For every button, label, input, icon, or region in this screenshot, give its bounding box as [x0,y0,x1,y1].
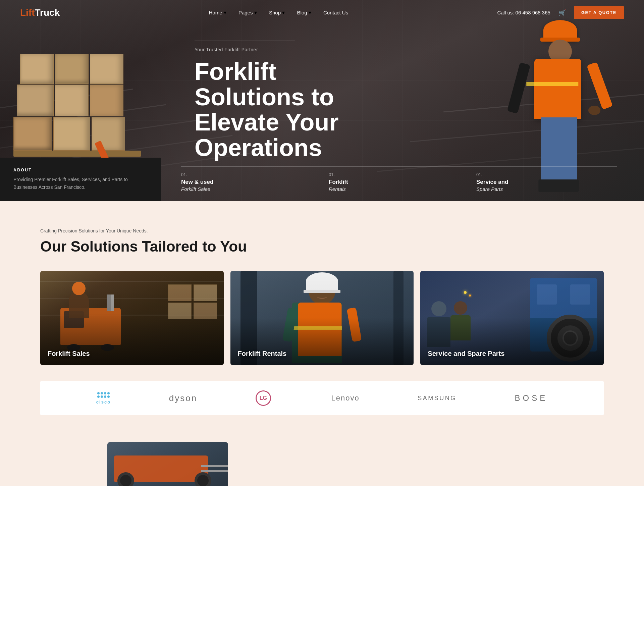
card1-label: Forklift Sales [48,350,90,358]
nav-home[interactable]: Home [209,10,222,15]
brand-bose: BOSE [515,393,548,403]
stat-item-3: 01. Service and Spare Parts [470,166,617,192]
nav-menu: Home ▾ Pages ▾ Shop ▾ Blog ▾ Contact Us [209,9,348,16]
nav-blog[interactable]: Blog [297,10,307,15]
stat-subtitle-1: Forklift Sales [181,186,315,192]
stat-num-1: 01. [181,172,315,177]
box-row-1 [13,117,125,151]
brand-lenovo: Lenovo [331,394,359,402]
about-title: ABOUT [13,168,148,172]
nav-pages[interactable]: Pages [238,10,253,15]
box [90,85,123,116]
stat-subtitle-3: Spare Parts [476,186,610,192]
solutions-section: Crafting Precision Solutions for Your Un… [0,201,644,442]
hero-title-3: Elevate Your [195,109,339,136]
box [17,85,54,116]
brand-dyson: dyson [169,393,197,404]
nav-shop[interactable]: Shop [269,10,281,15]
card2-label: Forklift Rentals [238,350,287,358]
box [53,117,90,151]
bottom-forklift-hint [107,442,228,486]
brand-lg: LG [256,390,273,406]
stat-title-2: Forklift [329,179,463,185]
stat-num-2: 01. [329,172,463,177]
hero-section: Your Trusted Forklift Partner Forklift S… [0,0,644,201]
navbar-right: Call us: 06 458 968 365 🛒 GET A QUOTE [497,6,624,19]
cart-icon[interactable]: 🛒 [558,9,566,16]
brand-lenovo-label: Lenovo [331,394,359,402]
brand-dyson-label: dyson [169,393,197,403]
box [55,85,89,116]
logo-lift: Lift [20,7,35,18]
bottom-section [0,442,644,486]
brand-cisco: cisco [96,392,111,405]
vest-stripe-h [526,82,578,86]
brand-samsung-label: SAMSUNG [418,395,457,401]
hero-title: Forklift Solutions to Elevate Your Opera… [195,59,339,160]
phone-number: Call us: 06 458 968 365 [497,10,550,15]
stats-strip: 01. New & used Forklift Sales 01. Forkli… [161,159,644,201]
box [20,54,54,84]
pallet-base [13,151,141,157]
box-row-3 [20,54,123,84]
navbar: LiftTruck Home ▾ Pages ▾ Shop ▾ Blog ▾ C… [0,0,644,25]
solutions-tag: Crafting Precision Solutions for Your Un… [40,228,604,233]
stat-title-1: New & used [181,179,315,185]
stat-num-3: 01. [476,172,610,177]
get-quote-button[interactable]: GET A QUOTE [574,6,624,19]
hero-subtitle: Your Trusted Forklift Partner [195,47,339,52]
hero-title-2: Solutions to [195,84,334,110]
stat-item-1: 01. New & used Forklift Sales [181,166,322,192]
brand-cisco-label: cisco [96,399,111,405]
nav-contact[interactable]: Contact Us [323,10,348,15]
stat-item-2: 01. Forklift Rentals [322,166,470,192]
hero-title-1: Forklift [195,58,276,85]
solution-card-3[interactable]: Service and Spare Parts [420,271,604,365]
brands-strip: cisco dyson LG Lenovo SAMSUNG BOSE [40,381,604,415]
about-box: ABOUT Providing Premier Forklift Sales, … [0,158,161,201]
hero-line-above [195,41,295,41]
solution-card-1[interactable]: Forklift Sales [40,271,224,365]
box [13,117,52,151]
worker-hand-r [588,106,600,115]
solution-card-2[interactable]: Forklift Rentals [230,271,414,365]
box [90,54,123,84]
about-text: Providing Premier Forklift Sales, Servic… [13,176,148,191]
stat-title-3: Service and [476,179,610,185]
card3-label: Service and Spare Parts [428,350,504,358]
worker-vest [534,59,581,119]
brand-bose-label: BOSE [515,393,548,402]
box [55,54,89,84]
solutions-title: Our Solutions Tailored to You [40,238,604,255]
hero-title-4: Operations [195,134,322,161]
logo-truck: Truck [35,7,60,18]
box-row-2 [17,85,123,116]
logo[interactable]: LiftTruck [20,7,60,18]
hero-content: Your Trusted Forklift Partner Forklift S… [195,41,339,160]
brand-samsung: SAMSUNG [418,395,457,402]
stat-subtitle-2: Rentals [329,186,463,192]
solutions-grid: Forklift Sales [40,271,604,365]
